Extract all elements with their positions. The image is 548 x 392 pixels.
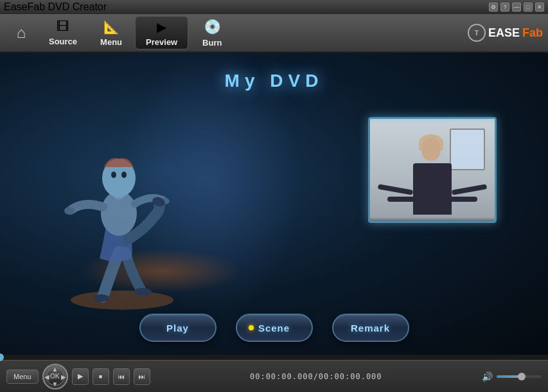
minimize-button[interactable]: — [512, 3, 521, 12]
video-thumbnail [368, 117, 497, 223]
svg-point-8 [111, 172, 116, 178]
source-icon: 🎞 [57, 19, 69, 34]
preview-tab[interactable]: ▶ Preview [135, 16, 188, 49]
restore-button[interactable]: □ [524, 3, 533, 12]
brand-fab: Fab [522, 26, 543, 40]
controls-bar: Menu ▲ ▼ ◀ ▶ OK ▶ ■ ⏮ ⏭ 00:00:00.000/00:… [0, 360, 548, 392]
volume-area: 🔊 [482, 371, 542, 382]
title-bar: EaseFab DVD Creator ⚙ ? — □ ✕ [0, 0, 548, 14]
svg-point-9 [121, 172, 127, 178]
svg-point-4 [64, 207, 75, 215]
svg-point-1 [94, 294, 109, 302]
help-button[interactable]: ? [500, 3, 509, 12]
preview-label: Preview [146, 37, 177, 47]
brand-icon: T [468, 24, 486, 42]
time-display: 00:00:00.000/00:00:00.000 [154, 372, 478, 381]
scene-dot [249, 325, 254, 330]
burn-label: Burn [202, 38, 222, 48]
menu-control-button[interactable]: Menu [6, 370, 39, 384]
brand-logo: T EASEFab [468, 24, 543, 42]
prev-frame-button[interactable]: ⏮ [113, 368, 130, 385]
progress-bar-area[interactable] [0, 355, 548, 360]
play-transport-button[interactable]: ▶ [72, 368, 89, 385]
toolbar: ⌂ 🎞 Source 📐 Menu ▶ Preview 💿 Burn T EAS… [0, 14, 548, 53]
down-arrow-icon[interactable]: ▼ [52, 380, 58, 388]
bottom-nav: Play Scene Remark [0, 314, 548, 342]
preview-icon: ▶ [157, 19, 166, 35]
burn-tab[interactable]: 💿 Burn [190, 16, 234, 49]
up-arrow-icon[interactable]: ▲ [52, 366, 58, 373]
scene-button[interactable]: Scene [236, 314, 313, 342]
volume-icon: 🔊 [482, 371, 493, 382]
svg-point-0 [71, 290, 173, 310]
source-label: Source [49, 37, 77, 46]
burn-icon: 💿 [204, 19, 221, 35]
home-button[interactable]: ⌂ [5, 16, 37, 49]
dancer-figure [58, 111, 186, 310]
next-frame-button[interactable]: ⏭ [134, 368, 150, 385]
play-button[interactable]: Play [139, 314, 217, 342]
dvd-title: My DVD [225, 71, 324, 91]
svg-point-2 [134, 288, 152, 296]
thumbnail-person [413, 138, 452, 215]
ok-button[interactable]: ▲ ▼ ◀ ▶ OK [42, 364, 68, 389]
dancer-area [39, 91, 244, 310]
close-button[interactable]: ✕ [535, 3, 544, 12]
source-tab[interactable]: 🎞 Source [39, 16, 87, 49]
menu-tab[interactable]: 📐 Menu [89, 16, 134, 49]
play-label: Play [166, 323, 189, 334]
settings-button[interactable]: ⚙ [489, 3, 498, 12]
window-controls: ⚙ ? — □ ✕ [489, 3, 544, 12]
volume-slider[interactable] [497, 375, 542, 378]
right-arrow-icon[interactable]: ▶ [61, 373, 66, 380]
brand-ease: EASE [488, 26, 520, 40]
preview-area: My DVD [0, 53, 548, 355]
menu-label: Menu [100, 37, 122, 47]
app-title: EaseFab DVD Creator [4, 1, 107, 13]
remark-label: Remark [351, 323, 390, 334]
menu-icon: 📐 [103, 19, 119, 35]
stop-transport-button[interactable]: ■ [93, 368, 109, 385]
left-arrow-icon[interactable]: ◀ [44, 373, 49, 380]
volume-handle[interactable] [518, 373, 526, 380]
remark-button[interactable]: Remark [332, 314, 409, 342]
scene-label: Scene [258, 323, 290, 334]
home-icon: ⌂ [17, 24, 26, 42]
